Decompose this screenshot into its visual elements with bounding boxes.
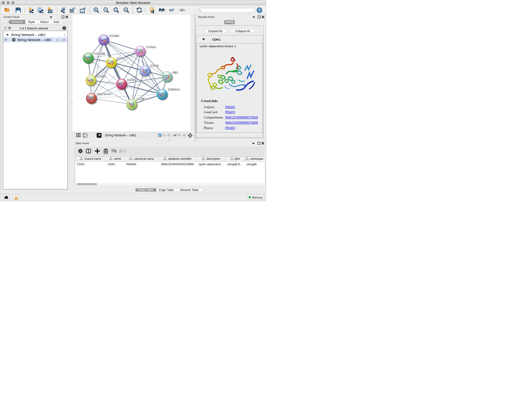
svg-text:CCNE1: CCNE1 (137, 97, 147, 101)
svg-text:HIST1H1A: HIST1H1A (97, 92, 111, 96)
svg-text:CCNA2: CCNA2 (127, 78, 137, 82)
svg-text:CDK1: CDK1 (117, 57, 125, 60)
svg-text:?: ? (258, 8, 260, 12)
svg-text:RB1: RB1 (172, 71, 178, 74)
svg-text:CDC25B: CDC25B (94, 52, 105, 56)
svg-text:CCNA1: CCNA1 (146, 45, 156, 49)
svg-text:CDKN1A: CDKN1A (168, 88, 180, 91)
svg-text:CDC6: CDC6 (151, 64, 158, 67)
svg-text:CCNB1: CCNB1 (96, 75, 107, 78)
svg-text:CCNB2: CCNB2 (109, 34, 119, 38)
